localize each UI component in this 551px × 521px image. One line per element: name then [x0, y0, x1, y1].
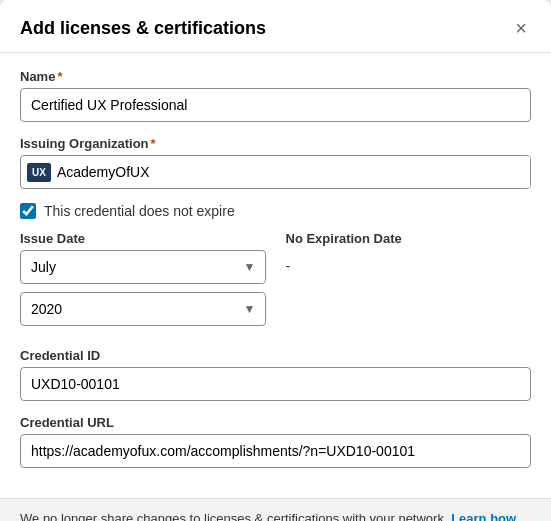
date-section: Issue Date January February March April …	[20, 231, 531, 334]
org-input[interactable]	[57, 156, 530, 188]
issue-date-column: Issue Date January February March April …	[20, 231, 266, 334]
name-required: *	[57, 69, 62, 84]
credential-id-input[interactable]	[20, 367, 531, 401]
modal-header: Add licenses & certifications ×	[0, 0, 551, 53]
month-select-wrapper: January February March April May June Ju…	[20, 250, 266, 284]
issue-date-label: Issue Date	[20, 231, 266, 246]
credential-id-group: Credential ID	[20, 348, 531, 401]
modal-title: Add licenses & certifications	[20, 18, 266, 39]
credential-id-label: Credential ID	[20, 348, 531, 363]
credential-url-label: Credential URL	[20, 415, 531, 430]
modal-body: Name * Issuing Organization * UX This cr…	[0, 53, 551, 498]
close-button[interactable]: ×	[511, 16, 531, 40]
no-exp-value: -	[286, 250, 532, 282]
name-group: Name *	[20, 69, 531, 122]
month-select[interactable]: January February March April May June Ju…	[20, 250, 266, 284]
name-label: Name *	[20, 69, 531, 84]
org-group: Issuing Organization * UX	[20, 136, 531, 189]
year-select-wrapper: 2024 2023 2022 2021 2020 2019 2018 2017 …	[20, 292, 266, 326]
org-required: *	[151, 136, 156, 151]
add-licenses-modal: Add licenses & certifications × Name * I…	[0, 0, 551, 521]
no-expiration-column: No Expiration Date -	[286, 231, 532, 334]
credential-url-group: Credential URL	[20, 415, 531, 468]
credential-url-input[interactable]	[20, 434, 531, 468]
name-input[interactable]	[20, 88, 531, 122]
org-input-wrapper: UX	[20, 155, 531, 189]
no-exp-label: No Expiration Date	[286, 231, 532, 246]
checkbox-row: This credential does not expire	[20, 203, 531, 219]
org-badge: UX	[27, 163, 51, 182]
org-label: Issuing Organization *	[20, 136, 531, 151]
info-text: We no longer share changes to licenses &…	[20, 511, 451, 521]
no-expire-label: This credential does not expire	[44, 203, 235, 219]
no-expire-checkbox[interactable]	[20, 203, 36, 219]
year-select[interactable]: 2024 2023 2022 2021 2020 2019 2018 2017 …	[20, 292, 266, 326]
info-banner: We no longer share changes to licenses &…	[0, 498, 551, 521]
